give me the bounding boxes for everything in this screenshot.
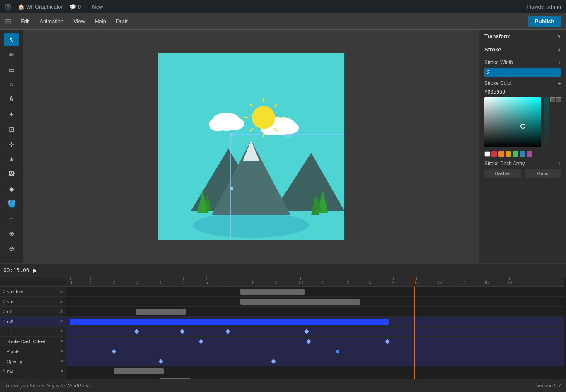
swatch-red[interactable] [491, 151, 497, 157]
swatch-white[interactable] [484, 151, 490, 157]
swatch-orange[interactable] [498, 151, 504, 157]
svg-point-28 [252, 106, 275, 129]
color-picker[interactable] [484, 97, 561, 157]
view-menu[interactable]: View [69, 16, 89, 27]
minus-tool-button[interactable]: − [4, 212, 19, 225]
m3-bar[interactable] [114, 368, 164, 374]
track-label-stroke-dash: Stroke Dash Offset ✕ [0, 337, 66, 346]
stroke-color-hex: #005959 [484, 89, 561, 95]
track-close-points[interactable]: ✕ [60, 349, 63, 354]
transform-header[interactable]: Transform ∨ [479, 30, 566, 43]
color-cursor[interactable] [520, 124, 525, 129]
canvas-area[interactable] [23, 30, 479, 263]
image-tool-button[interactable]: 🖼 [4, 167, 19, 180]
dash-diamond-2[interactable] [306, 339, 311, 344]
points-diamond-1[interactable] [111, 349, 116, 354]
wp-menu-icon[interactable]: ⊞ [5, 17, 11, 26]
wp-logo-icon[interactable]: ⊞ [5, 2, 11, 11]
help-menu[interactable]: Help [91, 16, 110, 27]
site-name[interactable]: 🏠 WPGraphicator [18, 4, 63, 10]
animation-menu[interactable]: Animation [35, 16, 68, 27]
stroke-width-add-btn[interactable]: + [558, 59, 561, 66]
tracks-container [66, 287, 564, 379]
fill-tool-button[interactable]: ◆ [4, 182, 19, 195]
swatch-green[interactable] [513, 151, 518, 157]
fill-diamond-1[interactable] [134, 329, 139, 334]
track-stroke-dash [66, 337, 564, 346]
ruler-tick-17: 17 [461, 277, 465, 285]
svg-point-23 [209, 118, 227, 131]
pencil-tool-button[interactable]: ✏ [4, 48, 19, 61]
swatch-purple[interactable] [527, 151, 532, 157]
path-tool-button[interactable]: ✦ [4, 108, 19, 121]
track-close-shadow[interactable]: ✕ [60, 289, 63, 294]
left-toolbar: ↖ ✏ ▭ ○ A ✦ ⊡ ⊹ ★ 🖼 ◆ 🪣 − ⊕ ⊖ [0, 30, 23, 263]
rect-tool-button[interactable]: ▭ [4, 63, 19, 76]
color-gradient-picker[interactable] [484, 97, 541, 147]
track-sun [66, 297, 564, 307]
sun-bar[interactable] [240, 299, 360, 305]
track-close-m1[interactable]: ✕ [60, 309, 63, 314]
color-controls [484, 97, 561, 149]
pt1-bar[interactable] [160, 378, 191, 379]
svg-rect-6 [230, 133, 233, 137]
stroke-color-add-btn[interactable]: + [558, 80, 561, 87]
ruler-tick-19: 19 [507, 277, 512, 285]
opacity-diamond-1[interactable] [158, 359, 163, 363]
track-close-sun[interactable]: ✕ [60, 299, 63, 304]
transform-tool-button[interactable]: ⊡ [4, 123, 19, 136]
color-format-icon-1[interactable] [550, 97, 555, 102]
dash-diamond-1[interactable] [198, 339, 203, 344]
m2-bar[interactable] [70, 319, 389, 325]
stroke-header[interactable]: Stroke ∧ [479, 43, 566, 56]
color-format-icon-2[interactable] [556, 97, 561, 102]
menu-bar: ⊞ Edit Animation View Help Draft Publish [0, 13, 566, 30]
opacity-diamond-2[interactable] [271, 359, 276, 363]
zoom-in-tool-button[interactable]: ⊕ [4, 227, 19, 240]
select-tool-button[interactable]: ↖ [4, 33, 19, 46]
track-close-m3[interactable]: ✕ [60, 369, 63, 373]
comment-count[interactable]: 💬 0 [70, 4, 81, 10]
transform-collapse-icon[interactable]: ∨ [557, 34, 561, 39]
stroke-width-input[interactable] [484, 68, 561, 77]
star-tool-button[interactable]: ★ [4, 152, 19, 166]
track-close-fill[interactable]: ✕ [60, 329, 63, 334]
color-alpha-bar[interactable] [544, 97, 549, 147]
fill-diamond-4[interactable] [304, 329, 309, 334]
points-dot-1[interactable] [335, 349, 340, 354]
track-close-opacity[interactable]: ✕ [60, 359, 63, 363]
swatch-yellow[interactable] [506, 151, 511, 157]
dash-diamond-3[interactable] [385, 339, 389, 344]
new-item-button[interactable]: + New [87, 4, 103, 10]
track-m3 [66, 366, 564, 376]
node-tool-button[interactable]: ⊹ [4, 137, 19, 151]
m1-bar[interactable] [136, 309, 186, 315]
track-close-m2[interactable]: ✕ [60, 319, 63, 324]
publish-button[interactable]: Publish [528, 16, 561, 27]
ruler-tick-2: 2 [113, 277, 115, 285]
play-button[interactable]: ▶ [33, 267, 37, 274]
shadow-bar[interactable] [240, 289, 305, 295]
bucket-tool-button[interactable]: 🪣 [4, 197, 19, 210]
drag-icon: ⠿ [2, 319, 5, 324]
fill-diamond-3[interactable] [225, 329, 230, 334]
draft-button[interactable]: Draft [112, 16, 132, 27]
edit-menu[interactable]: Edit [16, 16, 34, 27]
timeline: 00:15.00 ▶ ⠿ shadow ✕ ⠿ sun ✕ ⠿ m1 ✕ [0, 263, 566, 379]
ruler-tick-0: 0 [70, 277, 72, 285]
track-label-sun: ⠿ sun ✕ [0, 297, 66, 307]
dashes-label: Dashes [484, 169, 521, 178]
wordpress-link[interactable]: WordPress [66, 383, 90, 389]
stroke-dash-add-btn[interactable]: + [558, 160, 561, 167]
circle-tool-button[interactable]: ○ [4, 78, 19, 91]
track-label-points: Points ✕ [0, 346, 66, 356]
timeline-tracks[interactable]: 0 1 2 3 4 5 6 7 8 9 10 11 12 13 14 15 16… [66, 277, 566, 379]
track-close-stroke-dash[interactable]: ✕ [60, 339, 63, 344]
comment-icon: 💬 [70, 4, 76, 10]
text-tool-button[interactable]: A [4, 93, 19, 106]
drag-icon: ⠿ [2, 369, 5, 373]
swatch-blue[interactable] [520, 151, 525, 157]
zoom-fit-tool-button[interactable]: ⊖ [4, 242, 19, 255]
fill-diamond-2[interactable] [180, 329, 184, 334]
stroke-collapse-icon[interactable]: ∧ [557, 47, 561, 53]
